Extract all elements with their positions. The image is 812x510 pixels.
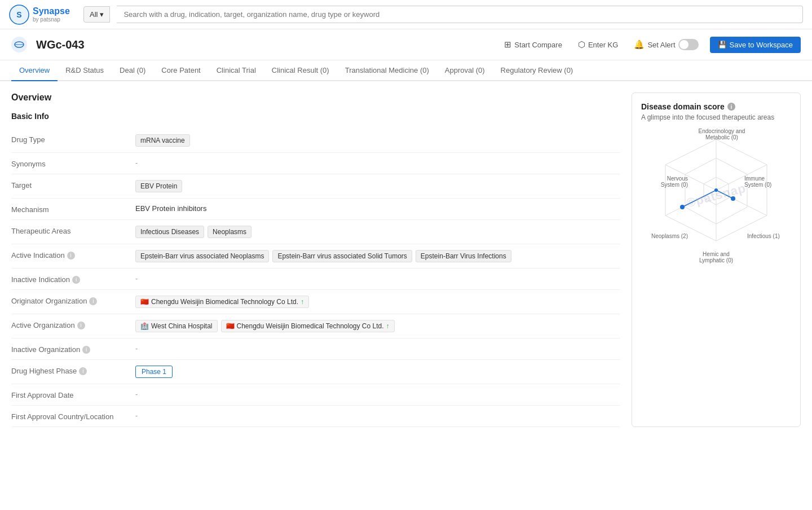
alert-toggle[interactable] [678,39,699,50]
label-nervous: NervousSystem (0) [637,175,688,188]
field-text: - [135,411,138,420]
start-compare-button[interactable]: ⊞ Start Compare [500,37,567,52]
app-sub: by patsnap [33,16,70,23]
tag: mRNA vaccine [135,134,190,147]
svg-text:S: S [16,10,21,19]
info-row: Drug TypemRNA vaccine [11,129,620,153]
field-text: - [135,390,138,398]
org-tag[interactable]: 🇨🇳Chengdu Weisijin Biomedical Technology… [221,320,395,332]
label-endo: Endocrinology andMetabolic (0) [691,128,753,140]
info-row: Active Organizationi🏥West China Hospital… [11,314,620,338]
tab-deal--0-[interactable]: Deal (0) [112,60,153,81]
trend-icon: ↑ [386,322,390,330]
main-content: Overview Basic Info Drug TypemRNA vaccin… [0,81,812,438]
field-value: - [135,159,620,167]
label-neoplasms: Neoplasms (2) [640,233,688,239]
org-tag[interactable]: 🏥West China Hospital [135,320,218,332]
flag-icon: 🇨🇳 [140,298,149,306]
tab-clinical-trial[interactable]: Clinical Trial [209,60,264,81]
tab-r-d-status[interactable]: R&D Status [58,60,112,81]
pill-icon [14,39,24,50]
info-icon[interactable]: i [79,367,87,375]
info-icon[interactable]: i [77,322,85,329]
tag: Epstein-Barr virus associated Neoplasms [135,250,269,262]
disease-domain-panel: Disease domain score i A glimpse into th… [632,93,801,427]
field-label: Active Indicationi [11,250,135,260]
svg-point-12 [731,196,735,201]
trend-icon: ↑ [301,298,304,306]
field-label: First Approval Country/Location [11,411,135,421]
field-label: Therapeutic Areas [11,226,135,235]
field-label: Drug Highest Phasei [11,366,135,375]
field-label: Synonyms [11,159,135,168]
label-hemic: Hemic andLymphatic (0) [688,251,744,263]
tag: Epstein-Barr virus associated Solid Tumo… [272,250,412,262]
info-row: Inactive Indicationi- [11,269,620,290]
tab-translational-medicine--0-[interactable]: Translational Medicine (0) [337,60,437,81]
field-text: - [135,159,138,167]
enter-kg-button[interactable]: ⬡ Enter KG [573,37,623,52]
info-row: Active IndicationiEpstein-Barr virus ass… [11,244,620,269]
info-row: Synonyms- [11,153,620,174]
overview-section: Overview Basic Info Drug TypemRNA vaccin… [11,93,620,427]
field-value: EBV Protein [135,180,620,192]
info-icon[interactable]: i [82,346,90,354]
info-row: First Approval Date- [11,384,620,406]
field-value: 🇨🇳Chengdu Weisijin Biomedical Technology… [135,296,620,308]
field-label: First Approval Date [11,390,135,399]
info-icon[interactable]: i [72,276,80,284]
info-icon[interactable]: i [67,252,75,260]
disease-panel-subtitle: A glimpse into the focused therapeutic a… [641,113,791,121]
dropdown-label: All [90,10,98,19]
radar-chart: ©patsnap Endocrinology andMetabolic (0) … [643,128,789,263]
tab-regulatory-review--0-[interactable]: Regulatory Review (0) [493,60,581,81]
info-rows: Drug TypemRNA vaccineSynonyms-TargetEBV … [11,129,620,427]
tab-overview[interactable]: Overview [11,60,58,81]
flag-icon: 🇨🇳 [226,322,235,330]
tab-core-patent[interactable]: Core Patent [153,60,208,81]
field-value: - [135,274,620,283]
tag: EBV Protein [135,180,182,192]
field-value: 🏥West China Hospital🇨🇳Chengdu Weisijin B… [135,320,620,332]
field-label: Target [11,180,135,190]
label-immune: ImmuneSystem (0) [744,175,795,188]
org-name: Chengdu Weisijin Biomedical Technology C… [237,322,384,330]
logo: S Synapse by patsnap [9,5,77,25]
tag: Epstein-Barr Virus Infections [416,250,511,262]
info-row: MechanismEBV Protein inhibitors [11,199,620,220]
field-label: Drug Type [11,134,135,144]
kg-icon: ⬡ [578,39,585,50]
disease-panel-title: Disease domain score i [641,102,791,111]
app-name: Synapse [33,6,70,16]
info-row: TargetEBV Protein [11,174,620,199]
field-text: EBV Protein inhibitors [135,204,206,213]
search-dropdown[interactable]: All ▾ [83,6,110,23]
org-name: Chengdu Weisijin Biomedical Technology C… [151,298,298,306]
compare-icon: ⊞ [504,39,511,50]
field-value: Epstein-Barr virus associated NeoplasmsE… [135,250,620,262]
top-nav: S Synapse by patsnap All ▾ [0,0,812,29]
logo-icon: S [9,5,29,25]
info-row: Drug Highest PhaseiPhase 1 [11,360,620,384]
basic-info-title: Basic Info [11,112,620,121]
field-label: Inactive Organizationi [11,344,135,354]
org-tag[interactable]: 🇨🇳Chengdu Weisijin Biomedical Technology… [135,296,309,308]
tab-approval--0-[interactable]: Approval (0) [437,60,493,81]
info-row: Originator Organizationi🇨🇳Chengdu Weisij… [11,290,620,314]
disease-info-icon[interactable]: i [727,103,735,111]
radar-svg [643,128,789,263]
field-value: Phase 1 [135,366,620,378]
info-row: First Approval Country/Location- [11,406,620,427]
info-row: Inactive Organizationi- [11,338,620,360]
info-icon[interactable]: i [89,297,97,305]
drug-name: WGc-043 [36,38,491,51]
save-to-workspace-button[interactable]: 💾 Save to Workspace [710,37,801,53]
search-input[interactable] [117,6,803,23]
info-row: Therapeutic AreasInfectious DiseasesNeop… [11,220,620,244]
field-label: Active Organizationi [11,320,135,329]
label-infectious: Infectious (1) [747,233,795,239]
tab-clinical-result--0-[interactable]: Clinical Result (0) [264,60,337,81]
set-alert-button[interactable]: 🔔 Set Alert [629,36,703,53]
flag-icon: 🏥 [140,322,149,330]
drug-actions: ⊞ Start Compare ⬡ Enter KG 🔔 Set Alert 💾… [500,36,801,53]
